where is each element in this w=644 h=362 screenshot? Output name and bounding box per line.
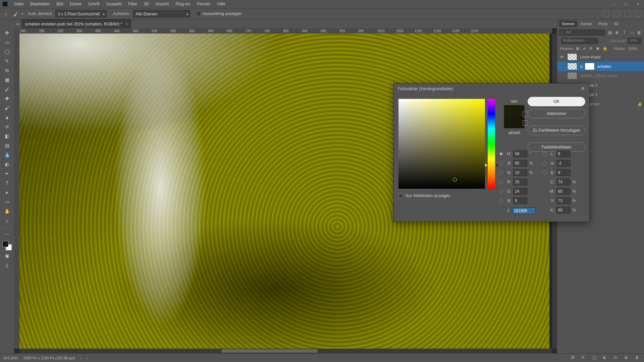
layer-name[interactable]: schatten: [597, 64, 611, 68]
lab-a-input[interactable]: [556, 160, 571, 167]
ok-button[interactable]: OK: [528, 97, 585, 106]
menu-item[interactable]: Plug-ins: [172, 2, 194, 6]
minimize-button[interactable]: —: [608, 0, 620, 8]
blur-tool-icon[interactable]: 💧: [3, 151, 11, 159]
new-layer-icon[interactable]: ⊞: [625, 355, 630, 361]
opacity-input[interactable]: 52%: [628, 38, 641, 44]
shape-tool-icon[interactable]: ▭: [3, 198, 11, 206]
eyedropper-icon[interactable]: [13, 11, 19, 17]
filter-adjust-icon[interactable]: ◐: [614, 30, 620, 35]
tab-layers[interactable]: Ebenen: [559, 20, 577, 27]
color-cursor[interactable]: [453, 178, 457, 182]
show-sampling-ring-checkbox[interactable]: ✓: [196, 12, 200, 16]
quick-mask-icon[interactable]: ▣: [3, 252, 11, 260]
layer-thumbnail[interactable]: [567, 53, 577, 61]
delete-layer-icon[interactable]: 🗑: [635, 355, 641, 361]
layer-name[interactable]: 395683_1920(1) Kopie: [580, 74, 618, 78]
hue-radio[interactable]: [499, 152, 503, 156]
magenta-input[interactable]: [556, 188, 571, 195]
zoom-level[interactable]: 281,54%: [3, 356, 18, 360]
red-radio[interactable]: [499, 180, 503, 184]
pen-tool-icon[interactable]: ✒: [3, 170, 11, 178]
lab-b-radio[interactable]: [542, 171, 546, 175]
lightness-input[interactable]: [556, 150, 571, 157]
mask-icon[interactable]: ◯: [592, 355, 598, 361]
tab-channels[interactable]: Kanäle: [578, 20, 595, 27]
hue-handle-icon[interactable]: [495, 164, 498, 167]
foreground-color-swatch[interactable]: [2, 241, 8, 247]
tool-preset-caret-icon[interactable]: ▾: [21, 12, 23, 15]
lock-transparency-icon[interactable]: ▦: [576, 46, 581, 51]
menu-item[interactable]: 3D: [141, 2, 152, 6]
vertical-ruler[interactable]: [14, 34, 19, 349]
menu-item[interactable]: Datei: [11, 2, 27, 6]
new-group-icon[interactable]: 🗀: [614, 355, 619, 361]
dialog-title[interactable]: Farbwähler (Vordergrundfarbe): [394, 83, 589, 94]
sample-target-select[interactable]: Alle Ebenen: [133, 10, 190, 17]
history-brush-tool-icon[interactable]: ↺: [3, 123, 11, 131]
cloud-docs-icon[interactable]: [603, 11, 609, 17]
dodge-tool-icon[interactable]: ◐: [3, 160, 11, 168]
menu-item[interactable]: Hilfe: [214, 2, 229, 6]
menu-item[interactable]: Fenster: [194, 2, 214, 6]
document-dimensions[interactable]: 2920 Px x 2160 Px (182,88 ppi): [23, 356, 75, 360]
move-tool-icon[interactable]: ✥: [3, 29, 11, 37]
lightness-radio[interactable]: [542, 152, 546, 156]
document-tab[interactable]: schatten erstellen.psdc bei 282% (schatt…: [21, 19, 131, 28]
lab-a-radio[interactable]: [542, 161, 546, 165]
yellow-input[interactable]: [556, 197, 571, 204]
layer-mask-thumbnail[interactable]: [585, 63, 595, 70]
menu-item[interactable]: Bild: [53, 2, 66, 6]
blend-mode-select[interactable]: Multiplizieren: [561, 38, 598, 44]
blue-radio[interactable]: [499, 199, 503, 203]
lock-all-icon[interactable]: 🔒: [603, 46, 607, 51]
ruler-origin[interactable]: [14, 28, 19, 34]
websafe-warning-icon[interactable]: [523, 120, 528, 126]
sample-size-select[interactable]: 3 x 3 Pixel Durchschnitt: [55, 10, 107, 17]
menu-item[interactable]: Auswahl: [103, 2, 125, 6]
path-select-tool-icon[interactable]: ▸: [3, 188, 11, 196]
green-input[interactable]: [513, 188, 527, 195]
eyedropper-tool-icon[interactable]: [3, 85, 11, 93]
maximize-button[interactable]: ▢: [620, 0, 632, 8]
menu-item[interactable]: Ebene: [66, 2, 85, 6]
menu-item[interactable]: Bearbeiten: [27, 2, 53, 6]
layer-row[interactable]: 👁 Lamm Kopie: [557, 52, 644, 62]
web-colors-only-checkbox[interactable]: [398, 194, 403, 198]
layer-name[interactable]: Lamm Kopie: [580, 55, 601, 59]
saturation-brightness-field[interactable]: [398, 99, 485, 189]
mask-link-icon[interactable]: ⛓: [580, 65, 583, 68]
tab-3d[interactable]: 3D: [611, 20, 621, 27]
hue-handle-icon[interactable]: [485, 164, 487, 167]
lab-b-input[interactable]: [556, 169, 571, 176]
close-tab-icon[interactable]: ×: [125, 22, 128, 26]
red-input[interactable]: [513, 179, 527, 185]
close-window-button[interactable]: ✕: [632, 0, 644, 8]
clone-stamp-tool-icon[interactable]: ▲: [3, 113, 11, 121]
fx-icon[interactable]: fx: [582, 355, 587, 361]
brightness-input[interactable]: [513, 169, 527, 176]
status-caret-icon[interactable]: ‹: [87, 356, 88, 360]
gradient-tool-icon[interactable]: ▤: [3, 141, 11, 149]
lock-pixels-icon[interactable]: 🖌: [583, 46, 587, 51]
saturation-input[interactable]: [513, 160, 527, 167]
gamut-warning-icon[interactable]: [523, 112, 528, 117]
layer-filter-input[interactable]: Art: [559, 29, 605, 36]
crop-tool-icon[interactable]: ⧉: [3, 66, 11, 74]
add-to-swatches-button[interactable]: Zu Farbfeldern hinzufügen: [528, 126, 585, 135]
cyan-input[interactable]: [556, 179, 571, 185]
type-tool-icon[interactable]: T: [3, 179, 11, 187]
layer-thumbnail[interactable]: [567, 63, 577, 70]
filter-shape-icon[interactable]: ▭: [629, 30, 635, 35]
menu-item[interactable]: Filter: [125, 2, 141, 6]
tab-paths[interactable]: Pfade: [595, 20, 610, 27]
blue-input[interactable]: [513, 197, 527, 204]
eraser-tool-icon[interactable]: ◧: [3, 132, 11, 140]
adjustment-layer-icon[interactable]: ◐: [603, 355, 608, 361]
color-swatches[interactable]: [2, 241, 12, 250]
zoom-tool-icon[interactable]: ⌕: [3, 217, 11, 225]
frame-tool-icon[interactable]: ▦: [3, 76, 11, 84]
hand-tool-icon[interactable]: ✋: [3, 207, 11, 215]
hue-slider[interactable]: [488, 99, 495, 189]
tab-scroll-left-icon[interactable]: ≪: [14, 22, 21, 26]
